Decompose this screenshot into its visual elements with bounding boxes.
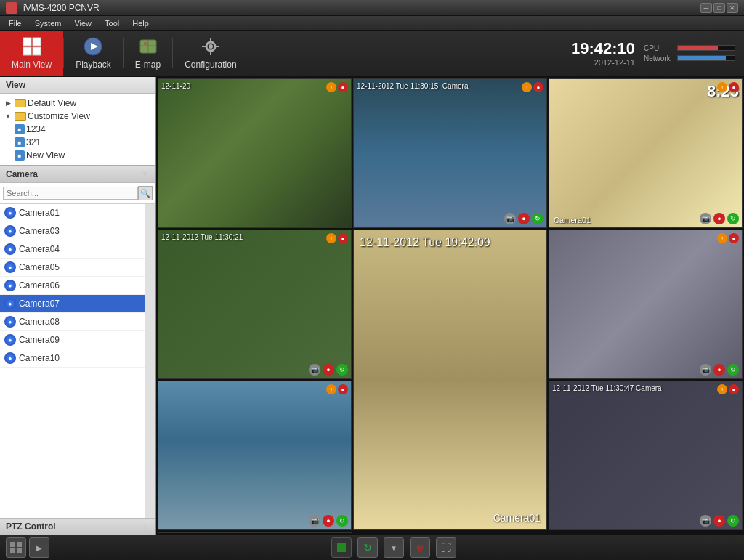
camera-item-09[interactable]: ● Camera09 — [0, 331, 145, 349]
camera-icon-04: ● — [4, 243, 16, 255]
search-button[interactable]: 🔍 — [138, 186, 153, 200]
expand-button[interactable]: ⛶ — [436, 537, 456, 558]
play-btn-3[interactable]: ↻ — [727, 213, 739, 224]
camera-label-06: Camera06 — [19, 280, 60, 291]
record-icon-1: ● — [338, 82, 348, 92]
customize-view-item[interactable]: ▼ Customize View — [0, 110, 155, 123]
video-controls-6: 📷 ● ↻ — [700, 364, 739, 376]
ptz-panel[interactable]: PTZ Control ▲ — [0, 518, 155, 535]
video-cell-9[interactable]: ! ● 📷 ● ↻ — [158, 532, 352, 533]
titlebar: iVMS-4200 PCNVR ─ □ ✕ — [0, 0, 744, 16]
svg-rect-2 — [23, 47, 31, 55]
camera-item-01[interactable]: ● Camera01 — [0, 204, 145, 222]
playback-button[interactable]: Playback — [64, 31, 123, 76]
camera-list-wrapper: ● Camera01 ● Camera03 ● Camera04 ● Camer… — [0, 204, 155, 518]
video-cell-8[interactable]: 12-11-2012 Tue 11:30:47 Camera ! ● 📷 ● ↻ — [549, 381, 743, 530]
refresh-icon: ↻ — [363, 542, 372, 553]
snapshot-btn-2[interactable]: 📷 — [504, 213, 516, 224]
camera-header[interactable]: Camera ▼ — [0, 166, 155, 183]
play-btn-7[interactable]: ↻ — [336, 515, 348, 527]
cpu-bar — [677, 45, 735, 51]
sidebar: View ▶ Default View ▼ Customize View ■ 1… — [0, 77, 156, 535]
view-tree: ▶ Default View ▼ Customize View ■ 1234 ■… — [0, 94, 155, 165]
stop-btn-6[interactable]: ● — [713, 364, 725, 376]
alarm-icon-6: ! — [717, 233, 727, 243]
video-cell-7[interactable]: ! ● 📷 ● ↻ — [158, 381, 352, 530]
minimize-button[interactable]: ─ — [700, 3, 712, 13]
video-cell-3[interactable]: 8:23 ! ● 📷 ● ↻ Camera01 — [549, 78, 743, 228]
svg-rect-3 — [33, 47, 41, 55]
video-cell-1[interactable]: 12-11-20 ! ● — [158, 78, 352, 228]
camera-item-08[interactable]: ● Camera08 — [0, 313, 145, 331]
snapshot-btn-4[interactable]: 📷 — [309, 364, 320, 376]
stop-btn-4[interactable]: ● — [323, 364, 334, 376]
network-bar — [677, 55, 735, 61]
stop-btn-3[interactable]: ● — [713, 213, 725, 224]
record-icon-3: ● — [729, 82, 739, 92]
configuration-button[interactable]: Configuration — [173, 31, 248, 76]
snapshot-btn-6[interactable]: 📷 — [700, 364, 711, 376]
main-view-button[interactable]: Main View — [0, 31, 63, 76]
record-button[interactable]: ⊗ — [410, 537, 430, 558]
layout-dropdown-button[interactable]: ▶ — [29, 537, 49, 558]
camera-scrollbar[interactable] — [145, 204, 155, 518]
clock-area: 19:42:10 2012-12-11 CPU Network — [571, 39, 744, 67]
emap-button[interactable]: E-map — [124, 31, 172, 76]
play-btn-2[interactable]: ↻ — [532, 213, 543, 224]
view-321-item[interactable]: ■ 321 — [12, 136, 155, 149]
camera-label-01: Camera01 — [19, 208, 60, 218]
stop-btn-7[interactable]: ● — [323, 515, 334, 527]
camera-icon-10: ● — [4, 352, 16, 364]
refresh-button[interactable]: ↻ — [357, 537, 378, 558]
camera-label-cell-3: Camera01 — [554, 216, 591, 224]
camera-item-05[interactable]: ● Camera05 — [0, 259, 145, 277]
camera-item-04[interactable]: ● Camera04 — [0, 240, 145, 259]
video-cell-2[interactable]: 12-11-2012 Tue 11:30:15 Camera ! ● 📷 ● ↻ — [353, 78, 547, 228]
network-fill — [678, 56, 726, 60]
video-cell-5-large[interactable]: 12-11-2012 Tue 19:42:09 Camera01 — [353, 230, 547, 530]
video-icons-7: ! ● — [326, 384, 348, 394]
view-new-label: New View — [26, 150, 65, 161]
view-layout-button[interactable] — [6, 537, 26, 558]
close-button[interactable]: ✕ — [727, 3, 738, 13]
camera-label-07: Camera07 — [19, 299, 60, 309]
menu-tool[interactable]: Tool — [99, 17, 125, 29]
camera-item-06[interactable]: ● Camera06 — [0, 277, 145, 295]
snapshot-btn-8[interactable]: 📷 — [700, 515, 711, 527]
menu-help[interactable]: Help — [126, 17, 155, 29]
maximize-button[interactable]: □ — [713, 3, 725, 13]
camera-item-07[interactable]: ● Camera07 — [0, 295, 145, 313]
camera-icon-09: ● — [4, 334, 16, 346]
video-icons-1: ! ● — [326, 82, 348, 92]
alarm-icon-7: ! — [326, 384, 336, 394]
video-timestamp-2: 12-11-2012 Tue 11:30:15 Camera — [357, 82, 468, 90]
snapshot-btn-3[interactable]: 📷 — [700, 213, 711, 224]
default-view-item[interactable]: ▶ Default View — [0, 97, 155, 110]
video-grid: 12-11-20 ! ● 12-11-2012 Tue 11:30:15 Cam… — [156, 77, 744, 535]
emap-icon — [138, 36, 158, 57]
stop-btn-8[interactable]: ● — [713, 515, 725, 527]
view-1234-item[interactable]: ■ 1234 — [12, 123, 155, 136]
view-new-item[interactable]: ■ New View — [12, 149, 155, 162]
play-btn-4[interactable]: ↻ — [336, 364, 348, 376]
menu-view[interactable]: View — [68, 17, 97, 29]
camera-label-04: Camera04 — [19, 244, 60, 254]
menu-file[interactable]: File — [3, 17, 28, 29]
refresh-dropdown-button[interactable]: ▼ — [384, 537, 404, 558]
play-btn-6[interactable]: ↻ — [727, 364, 739, 376]
stop-btn-2[interactable]: ● — [518, 213, 530, 224]
snapshot-btn-7[interactable]: 📷 — [309, 515, 320, 527]
view-1234-label: 1234 — [26, 124, 46, 134]
menu-system[interactable]: System — [29, 17, 68, 29]
camera-item-03[interactable]: ● Camera03 — [0, 222, 145, 240]
stop-icon — [337, 543, 346, 552]
svg-rect-13 — [210, 52, 211, 55]
video-cell-6[interactable]: ! ● 📷 ● ↻ — [549, 230, 743, 379]
stop-all-button[interactable] — [331, 537, 352, 558]
video-cell-4[interactable]: 12-11-2012 Tue 11:30:21 ! ● 📷 ● ↻ — [158, 230, 352, 379]
doc-icon-new: ■ — [15, 150, 25, 161]
video-icons-3: ! ● — [717, 82, 739, 92]
search-input[interactable] — [3, 187, 138, 200]
camera-item-10[interactable]: ● Camera10 — [0, 349, 145, 368]
play-btn-8[interactable]: ↻ — [727, 515, 739, 527]
